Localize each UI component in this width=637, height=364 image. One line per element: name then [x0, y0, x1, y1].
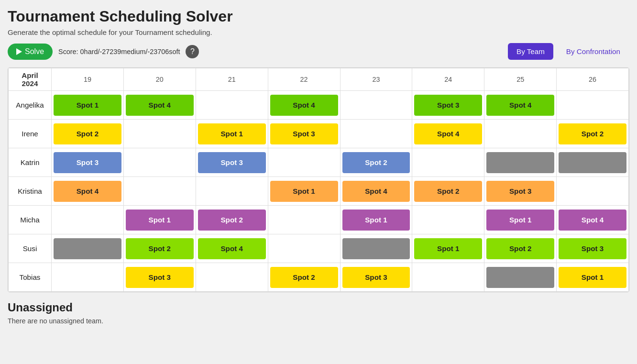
schedule-grid: April 2024 19 20 21 22 23 24 25 26 Angel…	[8, 67, 629, 292]
unassigned-title: Unassigned	[8, 301, 629, 314]
spot-block[interactable]: Spot 3	[54, 152, 121, 173]
schedule-cell	[484, 263, 557, 292]
gray-block	[54, 238, 121, 259]
date-23: 23	[340, 68, 412, 91]
schedule-cell: Spot 2	[196, 206, 268, 234]
spot-block[interactable]: Spot 1	[342, 210, 410, 231]
schedule-cell	[196, 91, 268, 120]
table-row: IreneSpot 2Spot 1Spot 3Spot 4Spot 2	[9, 120, 629, 148]
empty-block	[559, 181, 626, 202]
spot-block[interactable]: Spot 4	[559, 210, 626, 231]
spot-block[interactable]: Spot 1	[54, 95, 121, 116]
empty-block	[270, 210, 338, 231]
table-row: MichaSpot 1Spot 2Spot 1Spot 1Spot 4	[9, 206, 629, 234]
play-icon	[16, 48, 22, 55]
by-team-button[interactable]: By Team	[508, 43, 553, 60]
empty-block	[414, 210, 482, 231]
month-header: April 2024	[9, 68, 52, 91]
schedule-cell: Spot 3	[557, 234, 629, 263]
schedule-cell	[196, 263, 268, 292]
spot-block[interactable]: Spot 4	[486, 95, 554, 116]
spot-block[interactable]: Spot 1	[126, 210, 194, 231]
empty-block	[270, 152, 338, 173]
spot-block[interactable]: Spot 4	[414, 123, 482, 144]
empty-block	[198, 181, 266, 202]
spot-block[interactable]: Spot 1	[486, 210, 554, 231]
spot-block[interactable]: Spot 3	[486, 181, 554, 202]
empty-block	[198, 267, 266, 288]
schedule-cell: Spot 1	[484, 206, 557, 234]
schedule-cell	[52, 206, 124, 234]
table-row: TobiasSpot 3Spot 2Spot 3Spot 1	[9, 263, 629, 292]
table-row: KristinaSpot 4Spot 1Spot 4Spot 2Spot 3	[9, 177, 629, 206]
spot-block[interactable]: Spot 3	[342, 267, 410, 288]
spot-block[interactable]: Spot 3	[559, 238, 626, 259]
spot-block[interactable]: Spot 3	[270, 123, 338, 144]
spot-block[interactable]: Spot 4	[54, 181, 121, 202]
schedule-cell: Spot 4	[268, 91, 340, 120]
spot-block[interactable]: Spot 2	[414, 181, 482, 202]
spot-block[interactable]: Spot 4	[126, 95, 194, 116]
date-26: 26	[557, 68, 629, 91]
schedule-cell: Spot 2	[412, 177, 484, 206]
spot-block[interactable]: Spot 2	[342, 152, 410, 173]
spot-block[interactable]: Spot 4	[270, 95, 338, 116]
schedule-cell	[412, 263, 484, 292]
empty-block	[414, 267, 482, 288]
schedule-cell: Spot 2	[557, 120, 629, 148]
spot-block[interactable]: Spot 3	[414, 95, 482, 116]
spot-block[interactable]: Spot 1	[414, 238, 482, 259]
date-21: 21	[196, 68, 268, 91]
schedule-cell	[557, 177, 629, 206]
schedule-cell	[412, 148, 484, 177]
spot-block[interactable]: Spot 1	[559, 267, 626, 288]
schedule-cell: Spot 4	[340, 177, 412, 206]
spot-block[interactable]: Spot 2	[559, 123, 626, 144]
empty-block	[198, 95, 266, 116]
row-label-kristina: Kristina	[9, 177, 52, 206]
schedule-cell: Spot 4	[52, 177, 124, 206]
score-text: Score: 0hard/-27239medium/-23706soft	[58, 48, 180, 55]
schedule-cell: Spot 3	[484, 177, 557, 206]
schedule-cell: Spot 3	[52, 148, 124, 177]
schedule-cell	[123, 120, 196, 148]
schedule-cell: Spot 3	[196, 148, 268, 177]
spot-block[interactable]: Spot 2	[198, 210, 266, 231]
spot-block[interactable]: Spot 1	[270, 181, 338, 202]
empty-block	[54, 267, 121, 288]
solve-label: Solve	[25, 47, 44, 56]
spot-block[interactable]: Spot 4	[198, 238, 266, 259]
help-button[interactable]: ?	[186, 45, 199, 58]
empty-block	[486, 123, 554, 144]
spot-block[interactable]: Spot 1	[198, 123, 266, 144]
schedule-cell: Spot 4	[557, 206, 629, 234]
table-row: KatrinSpot 3Spot 3Spot 2	[9, 148, 629, 177]
schedule-cell: Spot 1	[196, 120, 268, 148]
gray-block	[342, 238, 410, 259]
date-25: 25	[484, 68, 557, 91]
spot-block[interactable]: Spot 2	[126, 238, 194, 259]
solve-button[interactable]: Solve	[8, 44, 53, 60]
empty-block	[126, 152, 194, 173]
by-confrontation-button[interactable]: By Confrontation	[557, 43, 629, 60]
spot-block[interactable]: Spot 4	[342, 181, 410, 202]
row-label-micha: Micha	[9, 206, 52, 234]
spot-block[interactable]: Spot 2	[486, 238, 554, 259]
empty-block	[270, 238, 338, 259]
date-20: 20	[123, 68, 196, 91]
row-label-susi: Susi	[9, 234, 52, 263]
date-22: 22	[268, 68, 340, 91]
schedule-cell: Spot 4	[484, 91, 557, 120]
spot-block[interactable]: Spot 3	[126, 267, 194, 288]
toolbar: Solve Score: 0hard/-27239medium/-23706so…	[8, 43, 629, 60]
empty-block	[126, 123, 194, 144]
schedule-cell: Spot 3	[268, 120, 340, 148]
schedule-cell	[268, 148, 340, 177]
spot-block[interactable]: Spot 3	[198, 152, 266, 173]
schedule-cell	[52, 263, 124, 292]
schedule-cell: Spot 1	[412, 234, 484, 263]
schedule-cell: Spot 1	[340, 206, 412, 234]
spot-block[interactable]: Spot 2	[270, 267, 338, 288]
spot-block[interactable]: Spot 2	[54, 123, 121, 144]
schedule-cell	[557, 91, 629, 120]
